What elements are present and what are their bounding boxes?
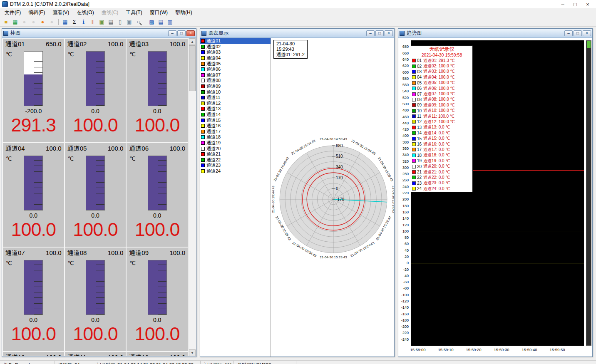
channel-list-item[interactable]: 通道01 <box>200 38 271 44</box>
channel-list-item[interactable]: 通道21 <box>200 151 271 157</box>
dial-minimize-button[interactable]: – <box>366 30 375 36</box>
first-record-icon[interactable]: ● <box>20 18 29 26</box>
menu-window[interactable]: 窗口(W) <box>146 8 171 17</box>
trend-minimize-button[interactable]: – <box>564 30 573 36</box>
zoom-icon[interactable]: ○ <box>134 18 143 26</box>
tile-vertical-icon[interactable]: ▥ <box>166 18 174 26</box>
legend-row: 13通道13: 0.0 ℃ <box>411 125 472 130</box>
channel-list-item[interactable]: 通道02 <box>200 44 271 50</box>
bar-minimize-button[interactable]: – <box>168 30 176 36</box>
channel-list-item[interactable]: 通道22 <box>200 157 271 163</box>
channel-label: 通道08 <box>67 249 87 257</box>
legend-channel-value: 通道01: 291.3 ℃ <box>423 58 455 64</box>
channel-list-item[interactable]: 通道05 <box>200 61 271 67</box>
svg-text:21-04-30 15:29:43: 21-04-30 15:29:43 <box>320 255 347 259</box>
info-icon[interactable]: ℹ <box>79 18 88 26</box>
scroll-thumb[interactable] <box>189 45 196 91</box>
tooltip-value: 通道01: 291.2 <box>276 52 305 57</box>
dial-restore-button[interactable]: □ <box>375 30 384 36</box>
y-axis-label: 60 <box>405 242 409 246</box>
menu-file[interactable]: 文件(F) <box>1 8 25 17</box>
dial-window-titlebar[interactable]: 圆盘显示 – □ × <box>200 29 394 38</box>
bar-window-icon <box>3 31 8 36</box>
print-preview-icon[interactable]: ▯ <box>116 18 124 26</box>
dial-tooltip: 21-04-30 15:29:43 通道01: 291.2 <box>273 40 308 59</box>
window-title: DTM 2.0.1 [C:\DTM 2.0.2\RealData] <box>10 1 556 7</box>
y-axis-label: 660 <box>402 51 409 55</box>
channel-list-item[interactable]: 通道12 <box>200 101 271 106</box>
channel-list-item[interactable]: 通道14 <box>200 112 271 118</box>
prev-record-icon[interactable]: ● <box>29 18 38 26</box>
channel-list-item[interactable]: 通道16 <box>200 123 271 129</box>
channel-list-item[interactable]: 通道23 <box>200 163 271 168</box>
trend-scrollbar[interactable] <box>586 40 591 346</box>
export-data-icon[interactable]: ▦ <box>11 18 20 26</box>
channel-list-item[interactable]: 通道03 <box>200 50 271 55</box>
channel-color-swatch <box>201 84 205 88</box>
x-axis-label: 15:59:00 <box>410 347 426 352</box>
bar-window-titlebar[interactable]: 棒图 – □ × <box>2 29 196 38</box>
data-table-icon[interactable]: ▦ <box>61 18 70 26</box>
close-button[interactable]: × <box>581 1 594 7</box>
menu-online[interactable]: 在线(O) <box>73 8 97 17</box>
trend-scroll-thumb[interactable] <box>587 41 591 48</box>
channel-list-item[interactable]: 通道08 <box>200 78 271 84</box>
range-max: 100.0 <box>169 249 185 256</box>
copy-icon[interactable]: ▣ <box>125 18 134 26</box>
legend-row: 17通道17: 0.0 ℃ <box>411 147 472 152</box>
scroll-up-arrow[interactable]: ▲ <box>189 38 196 45</box>
menu-edit[interactable]: 编辑(E) <box>25 8 49 17</box>
trend-window-titlebar[interactable]: 趋势图 – □ × <box>398 29 592 38</box>
legend-color-swatch <box>412 148 416 151</box>
legend-channel-number: 15 <box>417 136 423 141</box>
bar-cell-header: 通道07100.0 <box>3 248 64 257</box>
maximize-button[interactable]: □ <box>569 1 581 7</box>
menu-tools[interactable]: 工具(T) <box>122 8 146 17</box>
channel-list-item[interactable]: 通道15 <box>200 117 271 123</box>
y-axis-label: 180 <box>402 204 409 208</box>
print-icon[interactable]: ▤ <box>107 18 115 26</box>
trend-restore-button[interactable]: □ <box>574 30 582 36</box>
channel-list-item[interactable]: 通道06 <box>200 67 271 72</box>
channel-list-item[interactable]: 通道04 <box>200 55 271 61</box>
legend-channel-number: 07 <box>417 92 423 97</box>
channel-list-item[interactable]: 通道20 <box>200 146 271 151</box>
channel-list-item[interactable]: 通道09 <box>200 84 271 89</box>
next-record-icon[interactable]: ● <box>47 18 56 26</box>
channel-list-item[interactable]: 通道11 <box>200 95 271 101</box>
y-axis-label: 280 <box>402 172 409 176</box>
pause-icon[interactable]: ‖ <box>88 18 97 26</box>
channel-list-item[interactable]: 通道13 <box>200 106 271 112</box>
channel-list-item[interactable]: 通道19 <box>200 140 271 146</box>
bar-close-button[interactable]: × <box>186 30 195 36</box>
channel-list-item[interactable]: 通道07 <box>200 72 271 78</box>
bar-gauge <box>148 156 167 210</box>
scroll-down-arrow[interactable]: ▼ <box>189 349 196 356</box>
channel-list-item[interactable]: 通道24 <box>200 168 271 174</box>
menu-curve[interactable]: 曲线(C) <box>98 8 122 17</box>
channel-list-item[interactable]: 通道17 <box>200 129 271 135</box>
play-record-icon[interactable]: ● <box>38 18 47 26</box>
legend-row: 05通道05: 100.0 ℃ <box>411 80 472 86</box>
dial-close-button[interactable]: × <box>385 30 393 36</box>
bar-restore-button[interactable]: □ <box>177 30 186 36</box>
channel-list-item[interactable]: 通道10 <box>200 89 271 95</box>
channel-list-item[interactable]: 通道18 <box>200 134 271 140</box>
bar-scrollbar[interactable]: ▲ ▼ <box>189 38 196 356</box>
channel-color-swatch <box>201 135 205 139</box>
trend-close-button[interactable]: × <box>583 30 591 36</box>
channel-color-swatch <box>201 158 205 162</box>
menu-view[interactable]: 查看(V) <box>49 8 73 17</box>
bar-gauge-ticks <box>34 156 42 210</box>
minimize-button[interactable]: – <box>556 1 569 7</box>
statistics-icon[interactable]: Σ <box>70 18 79 26</box>
legend-row: 10通道10: 100.0 ℃ <box>411 108 472 114</box>
open-file-icon[interactable]: ■ <box>2 18 10 26</box>
svg-text:21-04-30 15:44:43: 21-04-30 15:44:43 <box>271 186 275 213</box>
cascade-windows-icon[interactable]: ▩ <box>147 18 156 26</box>
unit-label: ℃ <box>129 51 136 57</box>
tile-horizontal-icon[interactable]: ▤ <box>156 18 165 26</box>
y-axis-label: 40 <box>405 248 409 253</box>
menu-help[interactable]: 帮助(H) <box>171 8 196 17</box>
snapshot-icon[interactable]: ▣ <box>97 18 106 26</box>
